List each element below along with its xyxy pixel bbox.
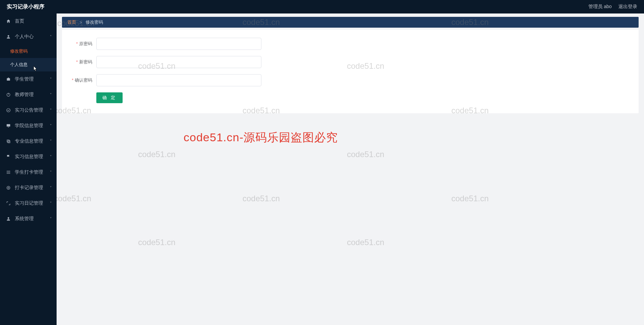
list-icon (5, 170, 11, 175)
svg-rect-9 (8, 141, 10, 143)
sidebar-label: 首页 (15, 18, 24, 24)
input-confirm-password[interactable] (96, 74, 261, 86)
sidebar-item-intern-info-mgmt[interactable]: 实习信息管理 ˅ (0, 149, 57, 165)
sidebar-label: 修改密码 (10, 48, 28, 54)
sidebar-label: 打卡记录管理 (15, 185, 43, 191)
sidebar-label: 学院信息管理 (15, 123, 43, 129)
app-header: 实习记录小程序 管理员 abo 退出登录 (0, 0, 644, 13)
sidebar-label: 个人信息 (10, 62, 28, 68)
svg-rect-11 (7, 172, 10, 172)
label-new-password: *新密码 (69, 59, 92, 65)
app-title: 实习记录小程序 (7, 3, 44, 10)
label-text: 确认密码 (75, 78, 92, 83)
confirm-button[interactable]: 确 定 (96, 92, 123, 103)
label-old-password: *原密码 (69, 41, 92, 47)
sidebar-item-major-mgmt[interactable]: 专业信息管理 ˅ (0, 134, 57, 149)
chevron-down-icon: ˅ (50, 124, 52, 128)
chevron-down-icon: ˅ (50, 108, 52, 113)
label-confirm-password: *确认密码 (69, 77, 92, 83)
svg-rect-8 (7, 140, 9, 142)
sidebar-label: 实习日记管理 (15, 200, 43, 206)
svg-point-13 (7, 186, 10, 189)
sidebar-item-student-mgmt[interactable]: 学生管理 ˅ (0, 71, 57, 87)
main-content: 首页 > 修改密码 *原密码 *新密码 *确认密码 确 定 (57, 13, 644, 325)
sidebar-item-diary-mgmt[interactable]: 实习日记管理 ˅ (0, 196, 57, 211)
sidebar-label: 实习信息管理 (15, 154, 43, 160)
expand-icon (5, 201, 11, 206)
form-row-confirm-password: *确认密码 (69, 74, 632, 86)
sidebar-label: 系统管理 (15, 216, 34, 222)
sidebar-item-checkin-mgmt[interactable]: 学生打卡管理 ˅ (0, 165, 57, 180)
flag-icon (5, 154, 11, 159)
power-icon (5, 92, 11, 97)
logout-link[interactable]: 退出登录 (618, 4, 637, 10)
svg-rect-10 (7, 171, 10, 171)
sidebar-label: 学生管理 (15, 76, 34, 82)
chevron-down-icon: ˅ (50, 139, 52, 144)
svg-point-5 (7, 109, 10, 112)
sidebar-label: 教师管理 (15, 92, 34, 98)
sidebar-subitem-change-password[interactable]: 修改密码 (0, 45, 57, 58)
button-row: 确 定 (69, 92, 632, 103)
breadcrumb: 首页 > 修改密码 (62, 17, 639, 28)
copy-icon (5, 139, 11, 144)
svg-rect-12 (7, 173, 10, 174)
sidebar-item-personal-center[interactable]: 个人中心 ˄ (0, 29, 57, 45)
sidebar-item-system-mgmt[interactable]: 系统管理 ˅ (0, 211, 57, 227)
svg-rect-7 (8, 127, 9, 127)
target-icon (5, 185, 11, 190)
sidebar-item-college-mgmt[interactable]: 学院信息管理 ˅ (0, 118, 57, 134)
sidebar-item-checkin-record-mgmt[interactable]: 打卡记录管理 ˅ (0, 180, 57, 196)
user-label[interactable]: 管理员 abo (588, 4, 612, 10)
sidebar-item-announce-mgmt[interactable]: 实习公告管理 ˅ (0, 102, 57, 118)
form-row-new-password: *新密码 (69, 56, 632, 68)
input-new-password[interactable] (96, 56, 261, 68)
breadcrumb-home[interactable]: 首页 (67, 19, 76, 25)
chevron-down-icon: ˅ (50, 170, 52, 175)
label-text: 原密码 (79, 41, 92, 46)
breadcrumb-sep: > (79, 20, 82, 25)
form-panel: *原密码 *新密码 *确认密码 确 定 (62, 30, 639, 113)
svg-rect-1 (7, 78, 10, 81)
svg-rect-6 (7, 124, 10, 126)
breadcrumb-current: 修改密码 (86, 19, 103, 25)
chevron-down-icon: ˅ (50, 201, 52, 206)
sidebar-item-teacher-mgmt[interactable]: 教师管理 ˅ (0, 87, 57, 102)
cursor-pointer-icon (32, 66, 37, 72)
sidebar-label: 学生打卡管理 (15, 169, 43, 175)
user-icon (5, 34, 11, 39)
chevron-down-icon: ˅ (50, 93, 52, 97)
chevron-down-icon: ˅ (50, 77, 52, 82)
sidebar-label: 个人中心 (15, 34, 34, 40)
monitor-icon (5, 123, 11, 128)
form-row-old-password: *原密码 (69, 38, 632, 50)
chevron-down-icon: ˅ (50, 155, 52, 159)
chevron-down-icon: ˅ (50, 186, 52, 190)
sidebar-item-home[interactable]: 首页 (0, 13, 57, 29)
sidebar-subitem-personal-info[interactable]: 个人信息 (0, 58, 57, 71)
input-old-password[interactable] (96, 38, 261, 50)
circle-check-icon (5, 108, 11, 113)
svg-point-15 (8, 217, 9, 219)
home-icon (5, 19, 11, 24)
sidebar-label: 实习公告管理 (15, 107, 43, 113)
chevron-up-icon: ˄ (50, 35, 52, 39)
sidebar: 首页 个人中心 ˄ 修改密码 个人信息 学生管理 ˅ 教师管理 ˅ 实习公告管理… (0, 13, 57, 325)
label-text: 新密码 (79, 59, 92, 64)
sidebar-label: 专业信息管理 (15, 138, 43, 144)
chevron-down-icon: ˅ (50, 217, 52, 221)
svg-rect-2 (8, 78, 9, 78)
svg-point-14 (8, 187, 9, 188)
user-icon (5, 216, 11, 221)
header-right: 管理员 abo 退出登录 (588, 4, 637, 10)
briefcase-icon (5, 77, 11, 82)
svg-point-0 (8, 35, 9, 37)
